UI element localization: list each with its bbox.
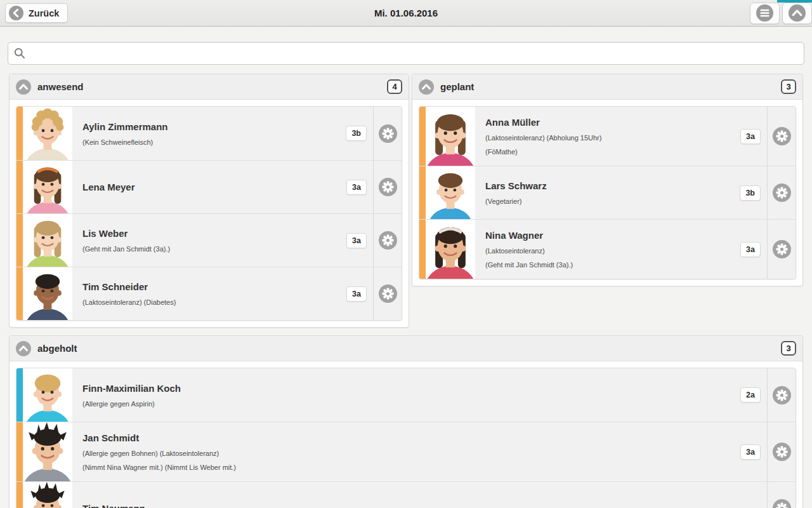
section-geplant: geplant 3 Anna Müller(Laktoseintoleranz)… (412, 74, 803, 286)
status-columns: anwesend 4 Aylin Zimmermann(Kein Schwein… (9, 74, 803, 328)
status-stripe (16, 107, 23, 160)
child-photo (23, 161, 72, 213)
status-stripe (419, 107, 426, 166)
status-stripe (16, 482, 23, 508)
entry-row[interactable]: Aylin Zimmermann(Kein Schweinefleisch)3b (16, 107, 402, 160)
gear-icon (379, 284, 397, 303)
entry-row[interactable]: Jan Schmidt(Allergie gegen Bohnen) (Lakt… (16, 422, 796, 481)
entry-info: Lars Schwarz(Vegetarier) (475, 166, 740, 219)
entry-row[interactable]: Lis Weber(Geht mit Jan Schmidt (3a).)3a (16, 213, 402, 267)
count-badge-abgeholt: 3 (781, 341, 796, 356)
child-photo (23, 107, 72, 160)
entry-info: Nina Wagner(Laktoseintoleranz)(Geht mit … (475, 220, 740, 279)
class-badge: 3a (346, 180, 367, 195)
entry-row[interactable]: Lena Meyer3a (16, 160, 402, 213)
entry-row[interactable]: Lars Schwarz(Vegetarier)3b (419, 166, 796, 219)
child-note: (Laktoseintoleranz) (Abholung 15Uhr) (485, 134, 730, 142)
child-name: Tim Schneider (82, 281, 336, 293)
entry-row[interactable]: Nina Wagner(Laktoseintoleranz)(Geht mit … (419, 219, 796, 279)
entry-info: Finn-Maximilian Koch(Allergie gegen Aspi… (72, 368, 740, 422)
child-name: Lena Meyer (82, 181, 336, 193)
count-badge-anwesend: 4 (387, 79, 402, 94)
class-badge: 3b (346, 126, 367, 141)
search-input[interactable] (8, 42, 804, 65)
settings-button[interactable] (768, 166, 796, 219)
settings-button[interactable] (374, 214, 402, 267)
child-name: Lis Weber (82, 227, 336, 239)
child-name: Finn-Maximilian Koch (82, 382, 730, 394)
chevron-up-icon (16, 341, 31, 356)
gear-icon (379, 124, 397, 143)
gear-icon (773, 127, 791, 145)
child-note: (Laktoseintoleranz) (Diabetes) (82, 298, 336, 307)
status-stripe (419, 166, 426, 219)
gear-icon (773, 184, 791, 202)
scroll-top-button[interactable] (782, 3, 812, 24)
gear-icon (773, 386, 791, 404)
entry-row[interactable]: Tim Neumann (16, 481, 796, 508)
child-note: (Laktoseintoleranz) (485, 247, 730, 255)
collapse-anwesend-button[interactable] (16, 79, 31, 95)
child-note: (FöMathe) (485, 148, 730, 156)
page-title-date: Mi. 01.06.2016 (0, 8, 812, 18)
section-title-anwesend: anwesend (37, 81, 84, 92)
settings-button[interactable] (768, 107, 796, 166)
child-list-geplant: Anna Müller(Laktoseintoleranz) (Abholung… (419, 106, 796, 279)
settings-button[interactable] (768, 368, 796, 422)
entry-row[interactable]: Finn-Maximilian Koch(Allergie gegen Aspi… (16, 368, 796, 422)
settings-button[interactable] (374, 161, 402, 213)
status-stripe (419, 220, 426, 279)
status-stripe (16, 267, 23, 320)
status-stripe (16, 214, 23, 267)
collapse-abgeholt-button[interactable] (16, 341, 31, 356)
child-name: Tim Neumann (82, 502, 757, 508)
collapse-geplant-button[interactable] (419, 79, 434, 95)
section-abgeholt: abgeholt 3 Finn-Maximilian Koch(Allergie… (9, 335, 803, 508)
child-photo (426, 220, 475, 279)
topbar: Zurück Mi. 01.06.2016 (0, 0, 812, 27)
child-note: (Allergie gegen Aspirin) (82, 400, 730, 408)
child-note: (Allergie gegen Bohnen) (Laktoseintolera… (82, 450, 730, 458)
section-title-abgeholt: abgeholt (37, 343, 77, 354)
child-name: Lars Schwarz (485, 180, 730, 192)
gear-icon (773, 240, 791, 258)
status-stripe (16, 161, 23, 213)
entry-row[interactable]: Anna Müller(Laktoseintoleranz) (Abholung… (419, 107, 796, 166)
settings-button[interactable] (768, 422, 796, 481)
child-list-anwesend: Aylin Zimmermann(Kein Schweinefleisch)3b… (16, 106, 402, 321)
back-button[interactable]: Zurück (5, 3, 68, 23)
gear-icon (773, 499, 791, 508)
settings-button[interactable] (768, 220, 796, 279)
child-photo (23, 267, 72, 320)
section-anwesend: anwesend 4 Aylin Zimmermann(Kein Schwein… (9, 74, 409, 328)
child-list-abgeholt: Finn-Maximilian Koch(Allergie gegen Aspi… (16, 368, 796, 508)
chevron-up-icon (789, 4, 806, 22)
menu-button[interactable] (750, 3, 780, 24)
section-header-geplant[interactable]: geplant 3 (412, 74, 802, 100)
child-name: Jan Schmidt (82, 432, 730, 444)
back-label: Zurück (29, 8, 59, 18)
search-icon (13, 47, 26, 62)
child-name: Aylin Zimmermann (82, 121, 336, 133)
section-header-anwesend[interactable]: anwesend 4 (10, 74, 409, 100)
top-actions (750, 3, 812, 24)
class-badge: 3a (740, 129, 761, 144)
child-note: (Kein Schweinefleisch) (82, 138, 336, 147)
class-badge: 3a (740, 242, 761, 257)
section-header-abgeholt[interactable]: abgeholt 3 (10, 336, 802, 361)
class-badge: 3b (740, 185, 761, 201)
child-photo (23, 368, 72, 422)
settings-button[interactable] (374, 107, 402, 160)
main-content: anwesend 4 Aylin Zimmermann(Kein Schwein… (0, 74, 812, 508)
child-note: (Geht mit Jan Schmidt (3a).) (82, 245, 336, 253)
chevron-up-icon (16, 79, 31, 95)
settings-button[interactable] (768, 482, 796, 508)
settings-button[interactable] (374, 267, 402, 320)
child-photo (23, 214, 72, 267)
gear-icon (379, 178, 397, 196)
hamburger-icon (756, 4, 773, 22)
status-stripe (16, 368, 23, 422)
entry-info: Lena Meyer (72, 161, 346, 213)
entry-info: Jan Schmidt(Allergie gegen Bohnen) (Lakt… (72, 422, 740, 481)
entry-row[interactable]: Tim Schneider(Laktoseintoleranz) (Diabet… (16, 267, 402, 320)
